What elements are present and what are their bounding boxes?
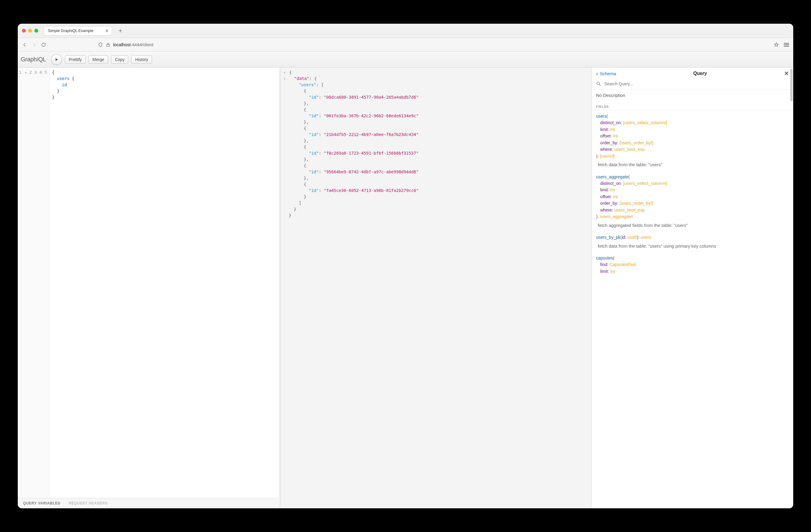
field-item[interactable]: users_by_pk(id: uuid!): usersfetch data … — [596, 234, 789, 249]
query-editor[interactable]: 1 ▼ 2 3 4 5 { users { id } } — [18, 67, 279, 498]
browser-tab[interactable]: Simple GraphiQL Example ✕ — [44, 26, 112, 35]
docs-fields-list: users(distinct_on: [users_select_column!… — [592, 110, 793, 292]
window-controls — [22, 29, 38, 33]
line-gutter: 1 ▼ 2 3 4 5 — [18, 67, 49, 498]
main-area: 1 ▼ 2 3 4 5 { users { id } } QUERY VARIA… — [18, 67, 793, 508]
docs-title: Query — [693, 71, 707, 76]
search-icon — [596, 81, 601, 87]
graphiql-toolbar: GraphiQL Prettify Merge Copy History — [18, 51, 793, 67]
execute-button[interactable] — [51, 54, 62, 65]
field-item[interactable]: capsules(find: CapsulesFindlimit: Int — [596, 255, 789, 275]
close-window-button[interactable] — [22, 29, 26, 33]
docs-pane: ‹ Schema Query ✕ No Description FIELDS u… — [592, 67, 793, 508]
query-editor-pane: 1 ▼ 2 3 4 5 { users { id } } QUERY VARIA… — [18, 67, 281, 508]
titlebar: Simple GraphiQL Example ✕ + — [18, 24, 793, 38]
url-host: localhost — [113, 42, 131, 47]
chevron-left-icon: ‹ — [596, 72, 598, 75]
nav-controls — [22, 42, 46, 47]
svg-point-1 — [597, 82, 599, 85]
editor-footer-tabs: QUERY VARIABLES REQUEST HEADERS — [18, 498, 279, 508]
request-headers-tab[interactable]: REQUEST HEADERS — [69, 501, 108, 505]
result-json: ▼ { ▼ "data": { "users": [ { "id": "00dc… — [281, 67, 592, 221]
graphiql-logo: GraphiQL — [21, 56, 46, 63]
minimize-window-button[interactable] — [28, 29, 32, 33]
result-pane[interactable]: ▼ { ▼ "data": { "users": [ { "id": "00dc… — [281, 67, 592, 508]
browser-window: Simple GraphiQL Example ✕ + localhost:44… — [18, 24, 793, 508]
reload-icon[interactable] — [41, 42, 46, 47]
menu-icon[interactable] — [784, 43, 789, 46]
url-path: :4444/client — [131, 42, 153, 47]
maximize-window-button[interactable] — [34, 29, 38, 33]
url-field[interactable]: localhost:4444/client — [98, 42, 769, 47]
docs-description: No Description — [592, 90, 793, 101]
forward-icon[interactable] — [31, 42, 37, 47]
query-code[interactable]: { users { id } } — [49, 67, 77, 498]
docs-fields-label: FIELDS — [592, 101, 793, 110]
svg-rect-0 — [107, 44, 110, 46]
docs-back-button[interactable]: ‹ Schema — [596, 71, 616, 76]
docs-search-input[interactable] — [604, 81, 789, 86]
field-item[interactable]: users_aggregate(distinct_on: [users_sele… — [596, 173, 789, 229]
url-bar: localhost:4444/client — [18, 38, 793, 51]
docs-header: ‹ Schema Query ✕ — [592, 67, 793, 79]
shield-icon — [98, 42, 103, 47]
prettify-button[interactable]: Prettify — [65, 56, 86, 64]
merge-button[interactable]: Merge — [89, 56, 108, 64]
query-variables-tab[interactable]: QUERY VARIABLES — [23, 501, 60, 505]
close-tab-icon[interactable]: ✕ — [105, 29, 109, 33]
docs-scrollbar[interactable] — [790, 69, 793, 507]
docs-search — [592, 79, 793, 89]
docs-close-icon[interactable]: ✕ — [784, 71, 789, 76]
bookmark-star-icon[interactable] — [774, 42, 779, 47]
copy-button[interactable]: Copy — [111, 56, 128, 64]
new-tab-button[interactable]: + — [114, 28, 126, 34]
back-icon[interactable] — [22, 42, 27, 47]
history-button[interactable]: History — [131, 56, 152, 64]
field-item[interactable]: users(distinct_on: [users_select_column!… — [596, 113, 789, 168]
lock-icon — [105, 42, 111, 47]
tab-title: Simple GraphiQL Example — [48, 28, 93, 33]
